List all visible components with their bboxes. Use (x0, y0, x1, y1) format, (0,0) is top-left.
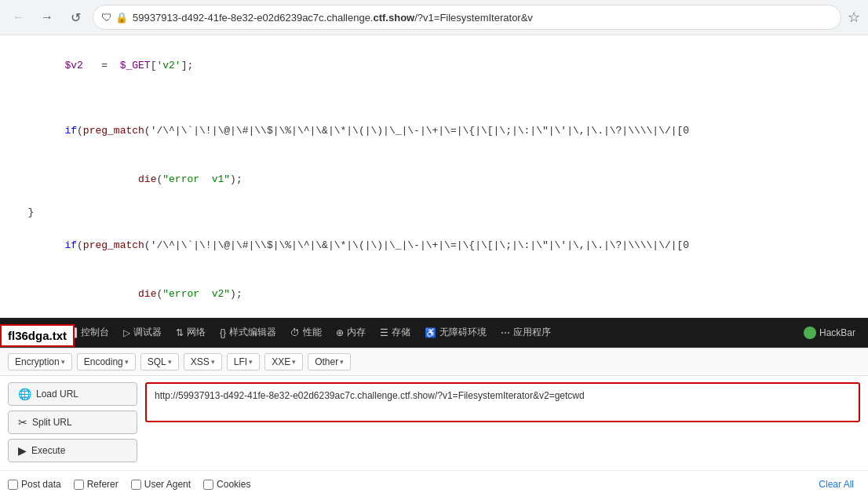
address-text[interactable]: 59937913-d492-41fe-8e32-e02d6239ac7c.cha… (133, 12, 833, 24)
cookies-label: Cookies (217, 479, 250, 490)
devtools-network[interactable]: ⇅ 网络 (170, 323, 212, 342)
post-data-checkbox-label[interactable]: Post data (8, 479, 61, 490)
execute-label: Execute (31, 445, 65, 456)
xss-label: XSS (191, 356, 210, 367)
post-data-label: Post data (21, 479, 61, 490)
post-data-checkbox[interactable] (8, 480, 18, 490)
execute-icon: ▶ (18, 444, 27, 457)
back-button[interactable]: ← (8, 6, 30, 28)
network-label: 网络 (187, 326, 206, 339)
devtools-debugger[interactable]: ▷ 调试器 (117, 323, 168, 342)
debugger-label: 调试器 (133, 326, 162, 339)
security-icons: 🛡 🔒 (101, 11, 128, 24)
lfi-label: LFI (234, 356, 247, 367)
lock-icon: 🔒 (115, 12, 128, 24)
devtools-memory[interactable]: ⊕ 内存 (330, 323, 372, 342)
hackbar-label: HackBar (819, 327, 855, 338)
hackbar-menu-row: Encryption ▾ Encoding ▾ SQL ▾ XSS ▾ LFI … (0, 349, 868, 376)
chevron-down-icon: ▾ (61, 358, 65, 366)
sql-label: SQL (148, 356, 166, 367)
chevron-down-icon: ▾ (249, 358, 253, 366)
split-url-button[interactable]: ✂ Split URL (8, 411, 137, 434)
devtools-toolbar: ⬚ 查看器 ⬜ 控制台 ▷ 调试器 ⇅ 网络 {} 样式编辑器 ⏱ 性能 ⊕ 内… (0, 318, 868, 348)
split-url-icon: ✂ (18, 416, 27, 429)
referer-checkbox-label[interactable]: Referer (74, 479, 119, 490)
execute-button[interactable]: ▶ Execute (8, 439, 137, 462)
xxe-label: XXE (272, 356, 290, 367)
storage-label: 存储 (392, 326, 410, 339)
code-line: if(preg_match('/\^|\`|\!|\@|\#|\\$|\%|\^… (16, 107, 852, 155)
split-url-label: Split URL (32, 417, 72, 428)
hackbar-button[interactable]: HackBar (796, 323, 863, 342)
menu-xxe[interactable]: XXE ▾ (264, 353, 303, 370)
style-editor-icon: {} (220, 327, 226, 338)
storage-icon: ☰ (380, 327, 388, 338)
load-url-icon: 🌐 (18, 388, 31, 400)
chevron-down-icon: ▾ (168, 358, 172, 366)
cookies-checkbox[interactable] (203, 480, 213, 490)
user-agent-checkbox[interactable] (131, 480, 141, 490)
devtools-style-editor[interactable]: {} 样式编辑器 (213, 323, 283, 342)
hackbar-panel: Encryption ▾ Encoding ▾ SQL ▾ XSS ▾ LFI … (0, 348, 868, 498)
other-label: Other (315, 356, 338, 367)
hackbar-icon (804, 327, 816, 339)
referer-checkbox[interactable] (74, 480, 84, 490)
code-line: die("error v1"); (16, 156, 852, 205)
chevron-down-icon: ▾ (211, 358, 215, 366)
performance-label: 性能 (303, 326, 322, 339)
accessibility-icon: ♿ (425, 327, 436, 338)
code-area: $v2 = $_GET['v2']; if(preg_match('/\^|\`… (0, 35, 868, 318)
chevron-down-icon: ▾ (340, 358, 344, 366)
menu-sql[interactable]: SQL ▾ (140, 353, 179, 370)
style-editor-label: 样式编辑器 (229, 326, 276, 339)
code-line: die("error v2"); (16, 270, 852, 318)
url-input-wrapper (145, 382, 860, 422)
hackbar-actions: 🌐 Load URL ✂ Split URL ▶ Execute (8, 382, 137, 464)
code-line (16, 90, 852, 107)
hackbar-url-area (145, 382, 860, 464)
memory-icon: ⊕ (336, 327, 344, 338)
application-label: 应用程序 (513, 326, 551, 339)
postdata-row: Post data Referer User Agent Cookies Cle… (0, 470, 868, 498)
forward-button[interactable]: → (36, 6, 58, 28)
hackbar-content: 🌐 Load URL ✂ Split URL ▶ Execute (0, 376, 868, 470)
menu-lfi[interactable]: LFI ▾ (227, 353, 260, 370)
url-input[interactable] (148, 385, 857, 417)
memory-label: 内存 (347, 326, 366, 339)
filename-badge: fl36dga.txt (0, 324, 75, 347)
code-line: } (16, 205, 852, 221)
load-url-label: Load URL (36, 389, 78, 400)
referer-label: Referer (87, 479, 119, 490)
encoding-label: Encoding (84, 356, 123, 367)
user-agent-label: User Agent (144, 479, 191, 490)
shield-icon: 🛡 (101, 11, 112, 24)
performance-icon: ⏱ (290, 327, 300, 338)
cookies-checkbox-label[interactable]: Cookies (203, 479, 250, 490)
chevron-down-icon: ▾ (125, 358, 129, 366)
chevron-down-icon: ▾ (292, 358, 296, 366)
devtools-application[interactable]: ⋯ 应用程序 (494, 323, 557, 342)
application-icon: ⋯ (501, 327, 510, 338)
menu-encryption[interactable]: Encryption ▾ (8, 353, 72, 370)
clear-all-button[interactable]: Clear All (812, 476, 860, 493)
menu-xss[interactable]: XSS ▾ (184, 353, 222, 370)
devtools-storage[interactable]: ☰ 存储 (374, 323, 417, 342)
menu-encoding[interactable]: Encoding ▾ (77, 353, 136, 370)
load-url-button[interactable]: 🌐 Load URL (8, 382, 137, 406)
main-container: $v2 = $_GET['v2']; if(preg_match('/\^|\`… (0, 35, 868, 498)
network-icon: ⇅ (176, 327, 184, 338)
user-agent-checkbox-label[interactable]: User Agent (131, 479, 191, 490)
bookmark-button[interactable]: ☆ (848, 9, 860, 26)
browser-toolbar: ← → ↺ 🛡 🔒 59937913-d492-41fe-8e32-e02d62… (0, 0, 868, 35)
debugger-icon: ▷ (123, 327, 130, 338)
menu-other[interactable]: Other ▾ (308, 353, 351, 370)
code-line: if(preg_match('/\^|\`|\!|\@|\#|\\$|\%|\^… (16, 221, 852, 270)
accessibility-label: 无障碍环境 (439, 326, 487, 339)
console-label: 控制台 (81, 326, 109, 339)
encryption-label: Encryption (15, 356, 60, 367)
address-bar: 🛡 🔒 59937913-d492-41fe-8e32-e02d6239ac7c… (93, 5, 841, 30)
refresh-button[interactable]: ↺ (64, 6, 86, 28)
devtools-performance[interactable]: ⏱ 性能 (284, 323, 328, 342)
devtools-accessibility[interactable]: ♿ 无障碍环境 (418, 323, 493, 342)
code-line: $v2 = $_GET['v2']; (16, 42, 852, 90)
